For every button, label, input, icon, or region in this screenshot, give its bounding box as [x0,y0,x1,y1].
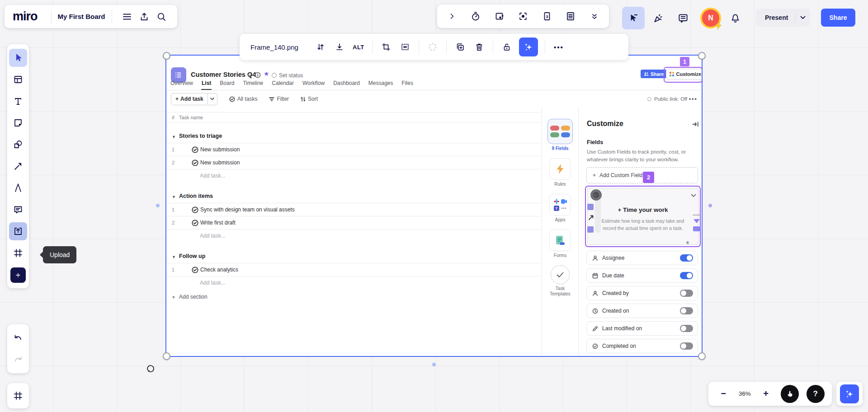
rotate-handle[interactable] [146,364,156,374]
miro-canvas[interactable]: { "colors":{"accent":"#4262ff","navy":"#… [0,0,868,412]
ai-assist-button[interactable] [840,384,859,403]
estimation-icon[interactable]: 3 [538,7,556,25]
frame-tool[interactable] [9,244,27,262]
resize-handle-sw[interactable] [163,352,170,360]
tab-board[interactable]: Board [219,78,235,90]
miro-logo[interactable]: miro [13,9,38,23]
task-row[interactable]: 2Write first draft [166,216,542,229]
collapse-triangle-icon[interactable]: ▼ [172,255,179,259]
ai-sparkles-button[interactable] [519,37,538,56]
tab-list[interactable]: List [201,78,212,90]
crop-icon[interactable] [377,38,395,56]
notifications-icon[interactable] [725,8,745,28]
apps-rail-button[interactable]: T [549,194,571,215]
collapse-panel-icon[interactable] [692,121,699,127]
tab-messages[interactable]: Messages [368,78,394,90]
app-share-button[interactable]: Share [641,70,667,78]
promo-chevron-icon[interactable] [691,194,696,197]
filter-control[interactable]: Filter [269,96,289,102]
resize-handle-se[interactable] [698,352,706,360]
present-dropdown-icon[interactable] [796,16,810,19]
selected-image-frame140[interactable]: Customer Stories Q4 ★ Set status Share C… [166,56,702,356]
text-tool[interactable] [9,92,27,110]
favorite-star-icon[interactable]: ★ [264,70,269,77]
shapes-tool[interactable] [9,136,27,154]
add-task-row[interactable]: Add task... [166,169,542,182]
comment-tool[interactable] [9,201,27,219]
image-filename[interactable]: Frame_140.png [250,43,298,51]
export-icon[interactable] [136,8,153,25]
section-header[interactable]: ▼Stories to triage [166,122,542,143]
task-row[interactable]: 1Check analytics [166,263,542,276]
add-custom-field-button[interactable]: +Add Custom Field [586,167,698,183]
last-modified-toggle[interactable] [680,325,693,332]
undo-icon[interactable] [9,329,27,347]
interactive-mode-button[interactable] [781,385,799,403]
timer-icon[interactable] [467,7,485,25]
delete-icon[interactable] [471,38,488,56]
section-header[interactable]: ▼Action items [166,182,542,203]
tab-overview[interactable]: Overview [170,78,193,90]
task-templates-rail-button[interactable] [551,265,570,284]
more-tools-plus-button[interactable] [10,267,26,283]
replace-icon[interactable] [312,38,329,56]
pen-tool[interactable] [9,179,27,197]
add-task-row[interactable]: Add task... [166,276,542,289]
more-tools-icon[interactable] [585,7,604,25]
set-status-label[interactable]: Set status [279,72,303,79]
more-options-button[interactable]: ••• [550,38,567,56]
frames-preview-icon[interactable] [491,7,509,25]
present-button[interactable]: Present [756,9,810,27]
board-title[interactable]: My First Board [58,13,105,20]
completed-on-toggle[interactable] [680,342,693,350]
all-tasks-filter[interactable]: All tasks [229,96,258,102]
redo-icon[interactable] [9,351,27,369]
section-header[interactable]: ▼Follow up [166,242,542,263]
search-icon[interactable] [153,8,170,25]
frames-icon[interactable] [9,387,27,405]
tab-timeline[interactable]: Timeline [242,78,264,90]
help-button[interactable]: ? [807,385,825,403]
select-tool[interactable] [9,49,27,67]
forms-rail-button[interactable] [549,229,571,251]
zoom-level[interactable]: 36% [739,390,751,397]
avatar[interactable]: N [700,8,721,28]
task-row[interactable]: 1Sync with design team on visual assets [166,203,542,216]
time-your-work-card[interactable]: + Time your work Estimate how long a tas… [585,186,701,247]
task-check-icon[interactable] [192,220,200,226]
add-section-button[interactable]: +Add section [166,289,542,304]
duplicate-icon[interactable] [452,38,469,56]
collapse-triangle-icon[interactable]: ▼ [172,135,179,139]
tab-calendar[interactable]: Calendar [271,78,294,90]
comments-icon[interactable] [673,8,693,28]
expand-toolbar-icon[interactable] [443,7,461,25]
sticky-note-tool[interactable] [9,114,27,132]
notes-icon[interactable] [561,7,580,25]
sort-control[interactable]: Sort [301,96,318,102]
templates-tool[interactable] [9,70,27,89]
zoom-in-button[interactable]: + [758,386,774,402]
resize-handle-nw[interactable] [163,52,170,60]
task-check-icon[interactable] [192,267,200,273]
assignee-toggle[interactable] [680,254,693,262]
task-check-icon[interactable] [192,146,200,153]
alt-text-button[interactable]: ALT [350,38,367,56]
follow-cursors-button[interactable] [622,7,645,29]
tab-files[interactable]: Files [401,78,414,90]
add-task-dropdown[interactable] [208,93,217,105]
info-icon[interactable] [255,72,261,78]
task-check-icon[interactable] [192,159,200,166]
resize-handle-ne[interactable] [698,52,706,60]
task-check-icon[interactable] [192,206,200,213]
upload-tool[interactable] [9,222,27,240]
rules-rail-button[interactable] [549,158,571,180]
status-circle-icon[interactable] [272,73,277,78]
reactions-icon[interactable] [648,8,669,28]
add-task-button[interactable]: +Add task [171,93,208,105]
tab-dashboard[interactable]: Dashboard [333,78,360,90]
unlock-icon[interactable] [498,38,515,56]
collapse-triangle-icon[interactable]: ▼ [172,195,179,199]
connector-tool[interactable] [9,157,27,175]
title-chevron-icon[interactable] [247,74,252,77]
list-more-menu[interactable]: ••• [689,96,698,102]
